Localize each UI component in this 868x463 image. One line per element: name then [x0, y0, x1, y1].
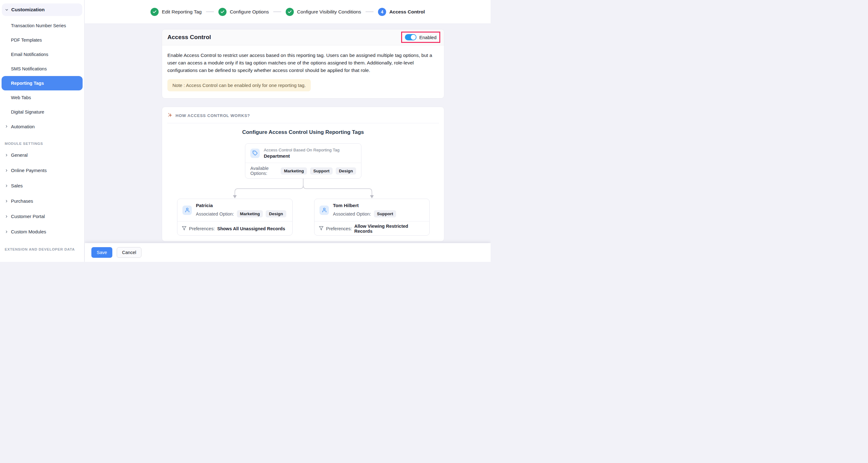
chevron-right-icon: [5, 230, 8, 234]
sidebar-section-module-settings: MODULE SETTINGS: [0, 140, 84, 147]
associated-options-row: Associated Option: Support: [333, 210, 396, 217]
access-control-card: Access Control Enabled Enable Access Con…: [162, 29, 444, 98]
step-configure-options[interactable]: Configure Options: [218, 8, 269, 16]
step-complete-icon: [286, 8, 294, 16]
access-control-card-body: Enable Access Control to restrict user a…: [162, 45, 444, 98]
step-label: Configure Visibility Conditions: [297, 9, 361, 15]
user-card-top: Patricia Associated Option: Marketing De…: [178, 199, 292, 221]
available-options-row: Available Options: Marketing Support Des…: [245, 163, 361, 179]
sidebar-item-email-notifications[interactable]: Email Notifications: [0, 47, 84, 62]
filter-icon: [182, 226, 186, 232]
step-number-badge: 4: [378, 8, 386, 16]
sidebar-group-customer-portal[interactable]: Customer Portal: [0, 209, 84, 224]
step-connector: [206, 11, 214, 12]
user-card-tom-hilbert: Tom Hilbert Associated Option: Support: [314, 199, 430, 236]
reporting-tag-caption: Access Control Based On Reporting Tag: [264, 148, 340, 152]
annotation-highlight-box: Enabled: [401, 32, 440, 43]
chevron-right-icon: [5, 153, 8, 157]
preferences-label: Preferences:: [326, 226, 352, 231]
sidebar-group-custom-modules[interactable]: Custom Modules: [0, 224, 84, 239]
preferences-row: Preferences: Shows All Unassigned Record…: [178, 221, 292, 236]
user-texts: Patricia Associated Option: Marketing De…: [196, 203, 286, 217]
sidebar-item-reporting-tags-active[interactable]: Reporting Tags: [2, 76, 83, 90]
preferences-value: Shows All Unassigned Records: [217, 226, 285, 231]
sidebar-group-label: Customization: [11, 7, 45, 12]
step-connector: [366, 11, 374, 12]
step-configure-visibility-conditions[interactable]: Configure Visibility Conditions: [286, 8, 361, 16]
access-control-diagram: Configure Access Control Using Reporting…: [162, 123, 444, 242]
sidebar-item-web-tabs[interactable]: Web Tabs: [0, 90, 84, 105]
sparkle-icon: [167, 112, 173, 119]
step-complete-icon: [218, 8, 226, 16]
user-card-patricia: Patricia Associated Option: Marketing De…: [177, 199, 292, 236]
preferences-value: Allow Viewing Restricted Records: [354, 224, 425, 234]
how-card-header: HOW ACCESS CONTROL WORKS?: [162, 107, 444, 123]
tree-connector: [231, 179, 375, 199]
step-label: Configure Options: [230, 9, 269, 15]
save-button[interactable]: Save: [91, 247, 112, 258]
option-chip: Marketing: [237, 210, 263, 217]
chevron-right-icon: [5, 184, 8, 188]
chevron-right-icon: [5, 215, 8, 218]
reporting-tag-name: Department: [264, 153, 340, 159]
sidebar-item-transaction-number-series[interactable]: Transaction Number Series: [0, 19, 84, 33]
sidebar-item-digital-signature[interactable]: Digital Signature: [0, 105, 84, 119]
user-name: Tom Hilbert: [333, 203, 396, 208]
option-chip: Support: [374, 210, 397, 217]
chevron-right-icon: [5, 168, 8, 173]
how-access-control-works-card: HOW ACCESS CONTROL WORKS? Configure Acce…: [162, 107, 444, 242]
sidebar-group-sales[interactable]: Sales: [0, 178, 84, 193]
chevron-right-icon: [5, 199, 8, 203]
user-icon: [182, 206, 192, 215]
access-control-card-header: Access Control Enabled: [162, 29, 444, 45]
associated-options-row: Associated Option: Marketing Design: [196, 210, 286, 217]
page-title: Access Control: [167, 34, 211, 41]
step-connector: [273, 11, 281, 12]
content-scroll-area: Access Control Enabled Enable Access Con…: [85, 24, 491, 243]
user-name: Patricia: [196, 203, 286, 208]
wizard-stepper: Edit Reporting Tag Configure Options Con…: [85, 0, 491, 24]
toggle-knob: [411, 35, 416, 40]
settings-sidebar: Customization Transaction Number Series …: [0, 0, 85, 262]
sidebar-group-online-payments[interactable]: Online Payments: [0, 163, 84, 178]
step-access-control-current[interactable]: 4 Access Control: [378, 8, 425, 16]
tag-icon: [250, 149, 260, 158]
step-label: Edit Reporting Tag: [162, 9, 202, 15]
user-icon: [319, 206, 329, 215]
action-footer: Save Cancel: [85, 243, 491, 262]
access-control-description: Enable Access Control to restrict user a…: [167, 52, 439, 74]
access-control-toggle[interactable]: [405, 34, 416, 40]
associated-option-label: Associated Option:: [196, 212, 234, 216]
chevron-right-icon: [5, 124, 8, 128]
option-chip: Design: [266, 210, 286, 217]
reporting-tag-card-top: Access Control Based On Reporting Tag De…: [245, 144, 361, 163]
sidebar-group-automation[interactable]: Automation: [0, 119, 84, 133]
associated-option-label: Associated Option:: [333, 212, 371, 216]
preferences-label: Preferences:: [189, 226, 215, 231]
chevron-down-icon: [5, 8, 9, 12]
toggle-state-label: Enabled: [419, 35, 436, 40]
preferences-row: Preferences: Allow Viewing Restricted Re…: [314, 221, 429, 236]
sidebar-group-general[interactable]: General: [0, 147, 84, 163]
step-edit-reporting-tag[interactable]: Edit Reporting Tag: [151, 8, 202, 16]
diagram-title: Configure Access Control Using Reporting…: [162, 129, 444, 135]
sidebar-item-pdf-templates[interactable]: PDF Templates: [0, 33, 84, 47]
sidebar-section-extension-developer-data: EXTENSION AND DEVELOPER DATA: [0, 246, 84, 253]
option-chip: Marketing: [281, 167, 307, 175]
available-options-label: Available Options:: [250, 166, 278, 176]
main-area: Edit Reporting Tag Configure Options Con…: [85, 0, 491, 262]
option-chip: Design: [336, 167, 356, 175]
user-card-top: Tom Hilbert Associated Option: Support: [314, 199, 429, 221]
user-texts: Tom Hilbert Associated Option: Support: [333, 203, 396, 217]
step-complete-icon: [151, 8, 159, 16]
sidebar-group-customization[interactable]: Customization: [2, 3, 82, 16]
sidebar-group-purchases[interactable]: Purchases: [0, 193, 84, 209]
cancel-button[interactable]: Cancel: [117, 247, 142, 258]
reporting-tag-texts: Access Control Based On Reporting Tag De…: [264, 148, 340, 159]
step-label: Access Control: [389, 9, 425, 15]
note-banner: Note : Access Control can be enabled onl…: [167, 79, 311, 91]
reporting-tag-card: Access Control Based On Reporting Tag De…: [245, 143, 362, 179]
sidebar-item-sms-notifications[interactable]: SMS Notifications: [0, 62, 84, 76]
option-chip: Support: [310, 167, 333, 175]
filter-icon: [319, 226, 323, 232]
